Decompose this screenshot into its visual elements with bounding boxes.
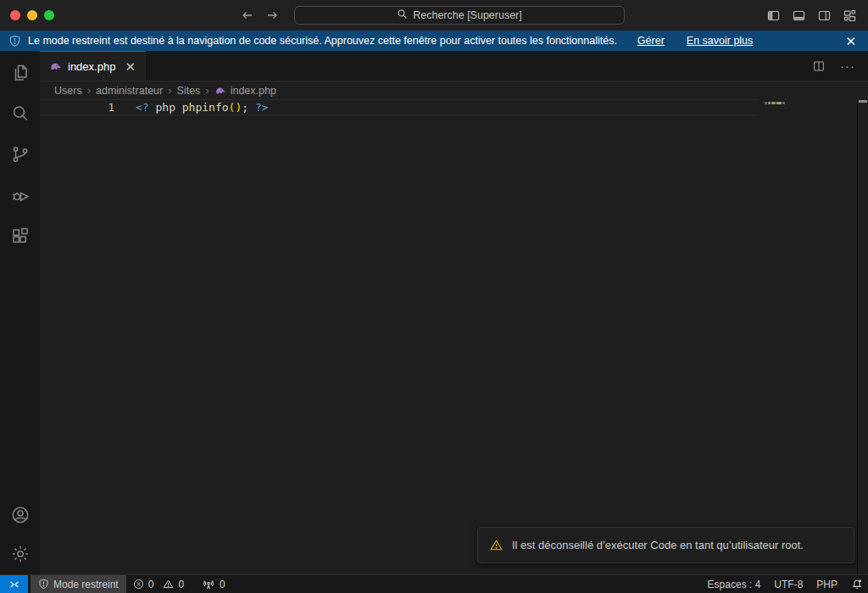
indentation-status[interactable]: Espaces : 4 bbox=[701, 575, 768, 593]
settings-gear-icon[interactable] bbox=[10, 544, 31, 564]
problems-status[interactable]: 0 0 bbox=[126, 575, 191, 593]
warning-icon bbox=[489, 538, 504, 552]
tab-label: index.php bbox=[68, 60, 115, 73]
error-count: 0 bbox=[148, 579, 154, 590]
search-placeholder: Recherche [Superuser] bbox=[413, 9, 522, 21]
notifications-bell[interactable] bbox=[844, 575, 868, 593]
banner-close-icon[interactable]: ✕ bbox=[845, 35, 856, 48]
ports-count: 0 bbox=[220, 579, 225, 590]
manage-trust-link[interactable]: Gérer bbox=[637, 35, 665, 47]
close-window-button[interactable] bbox=[10, 10, 20, 20]
radio-tower-icon bbox=[203, 579, 214, 590]
php-file-icon bbox=[49, 60, 62, 73]
php-file-icon bbox=[214, 85, 226, 97]
explorer-icon[interactable] bbox=[10, 63, 31, 83]
extensions-icon[interactable] bbox=[10, 226, 31, 246]
shield-icon bbox=[38, 579, 49, 590]
command-center-search[interactable]: Recherche [Superuser] bbox=[294, 6, 625, 25]
banner-message: Le mode restreint est destiné à la navig… bbox=[28, 35, 617, 47]
minimap[interactable] bbox=[765, 102, 785, 104]
ports-status[interactable]: 0 bbox=[196, 575, 232, 593]
run-debug-icon[interactable] bbox=[10, 185, 31, 205]
warning-icon bbox=[163, 579, 174, 590]
status-bar: Mode restreint 0 0 0 Es bbox=[0, 574, 868, 593]
navigate-forward-icon[interactable] bbox=[265, 8, 279, 22]
warning-count: 0 bbox=[178, 579, 184, 590]
language-mode-status[interactable]: PHP bbox=[810, 575, 844, 593]
split-editor-icon[interactable] bbox=[812, 59, 826, 73]
restricted-mode-status[interactable]: Mode restreint bbox=[31, 575, 126, 593]
vscode-window: Recherche [Superuser] Le mode restreint … bbox=[0, 0, 868, 593]
toggle-primary-sidebar-icon[interactable] bbox=[766, 8, 781, 23]
overview-ruler-scrollbar[interactable] bbox=[857, 99, 868, 574]
code-line-tokens: <? php phpinfo(); ?> bbox=[136, 101, 269, 114]
remote-indicator[interactable] bbox=[0, 575, 28, 593]
workspace-trust-shield-icon bbox=[8, 35, 21, 48]
bell-dot-icon bbox=[851, 579, 863, 590]
search-icon bbox=[397, 8, 408, 22]
breadcrumb-item-file[interactable]: index.php bbox=[214, 85, 276, 97]
source-control-icon[interactable] bbox=[10, 144, 31, 165]
customize-layout-icon[interactable] bbox=[843, 8, 857, 23]
breadcrumb-item-users[interactable]: Users bbox=[54, 85, 82, 97]
restricted-mode-label: Mode restreint bbox=[53, 579, 119, 590]
activity-bar bbox=[0, 51, 40, 574]
tab-close-icon[interactable]: ✕ bbox=[125, 60, 136, 73]
breadcrumb-item-sites[interactable]: Sites bbox=[177, 85, 201, 97]
minimize-window-button[interactable] bbox=[27, 10, 37, 20]
toggle-panel-icon[interactable] bbox=[792, 8, 806, 23]
workbench: index.php ✕ ··· Users › administrateur ›… bbox=[0, 51, 868, 574]
zoom-window-button[interactable] bbox=[44, 10, 54, 20]
tab-index-php[interactable]: index.php ✕ bbox=[40, 51, 146, 81]
title-bar: Recherche [Superuser] bbox=[0, 0, 868, 31]
toggle-secondary-sidebar-icon[interactable] bbox=[817, 8, 832, 23]
accounts-icon[interactable] bbox=[10, 505, 31, 525]
breadcrumb-separator: › bbox=[205, 84, 209, 97]
navigate-back-icon[interactable] bbox=[241, 8, 254, 22]
encoding-status[interactable]: UTF-8 bbox=[767, 575, 810, 593]
scroll-decoration bbox=[859, 100, 867, 103]
tab-bar: index.php ✕ ··· bbox=[40, 51, 868, 81]
restricted-mode-banner: Le mode restreint est destiné à la navig… bbox=[0, 31, 868, 51]
search-view-icon[interactable] bbox=[10, 103, 31, 124]
breadcrumb-item-administrateur[interactable]: administrateur bbox=[96, 85, 163, 97]
editor-group: index.php ✕ ··· Users › administrateur ›… bbox=[40, 51, 868, 574]
breadcrumb-separator: › bbox=[168, 84, 171, 97]
notification-message: Il est déconseillé d’exécuter Code en ta… bbox=[512, 539, 804, 551]
line-number: 1 bbox=[40, 101, 114, 114]
code-editor[interactable]: 1 <? php phpinfo(); ?> bbox=[40, 99, 868, 574]
notification-toast[interactable]: Il est déconseillé d’exécuter Code en ta… bbox=[477, 527, 854, 563]
breadcrumb: Users › administrateur › Sites › index.p… bbox=[40, 81, 868, 99]
learn-more-link[interactable]: En savoir plus bbox=[687, 35, 754, 47]
breadcrumb-separator: › bbox=[87, 84, 91, 97]
window-controls bbox=[10, 10, 54, 20]
error-icon bbox=[133, 579, 144, 590]
more-actions-icon[interactable]: ··· bbox=[840, 59, 855, 73]
